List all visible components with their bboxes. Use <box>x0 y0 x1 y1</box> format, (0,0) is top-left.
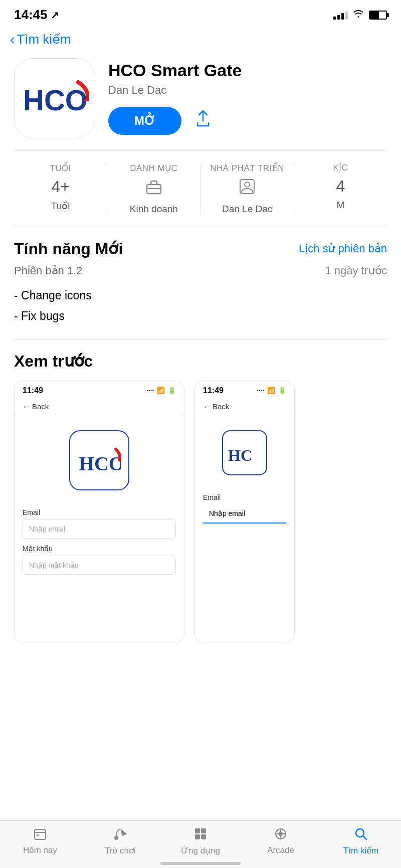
version-text: Phiên bản 1.2 <box>14 264 83 277</box>
mock-battery-icon: 🔋 <box>168 387 176 394</box>
size-value: 4 <box>336 177 345 196</box>
mock-wifi-2: 📶 <box>267 387 275 394</box>
status-icons <box>333 10 387 20</box>
mock-hco-svg-1: HCO <box>78 445 121 475</box>
signal-bar-2 <box>337 15 340 20</box>
signal-bar-4 <box>345 12 348 20</box>
version-row: Phiên bản 1.2 1 ngày trước <box>14 264 387 277</box>
open-button[interactable]: MỞ <box>108 107 181 135</box>
preview-title: Xem trước <box>14 352 387 371</box>
changelog-line-2: - Fix bugs <box>14 306 387 326</box>
mock-form-2: Email Nhập email <box>203 493 286 530</box>
category-label: DANH MỤC <box>130 163 177 173</box>
whats-new-header: Tính năng Mới Lịch sử phiên bản <box>14 239 387 258</box>
whats-new-section: Tính năng Mới Lịch sử phiên bản Phiên bả… <box>0 227 401 339</box>
size-sub: M <box>336 200 344 211</box>
info-item-size: KÍC 4 M <box>294 163 387 215</box>
mock-email-label-1: Email <box>23 508 176 516</box>
mock-password-placeholder-1: Nhập mật khẩu <box>29 561 79 569</box>
info-row: TUỔI 4+ Tuổi DANH MỤC Kinh doanh NHÀ PHÁ… <box>0 151 401 227</box>
mock-back-2: ← Back <box>203 402 229 411</box>
share-icon <box>195 110 211 128</box>
developer-label: NHÀ PHÁT TRIỂN <box>210 163 284 173</box>
arcade-icon <box>274 827 288 843</box>
mock-nav-1: ← Back <box>15 398 184 415</box>
app-header: HCO HCO Smart Gate Dan Le Dac MỞ <box>0 53 401 150</box>
preview-scroll[interactable]: 11:49 ···· 📶 🔋 ← Back HCO <box>14 381 387 642</box>
mock-battery-2: 🔋 <box>278 387 286 394</box>
mock-status-icons-1: ···· 📶 🔋 <box>147 386 176 395</box>
mock-time-2: 11:49 <box>203 386 224 395</box>
mock-back-label-2: Back <box>213 402 229 411</box>
mock-form-1: Email Nhập email Mật khẩu Nhập mật khẩu <box>23 508 176 581</box>
age-sub: Tuổi <box>51 200 70 212</box>
svg-text:HCO: HCO <box>23 84 88 116</box>
svg-rect-12 <box>201 828 206 833</box>
status-bar: 14:45 ↗ <box>0 0 401 27</box>
mock-email-value-2: Nhập email <box>209 509 245 517</box>
back-label: Tìm kiếm <box>17 32 71 47</box>
svg-text:HCO: HCO <box>79 452 121 475</box>
time-display: 14:45 <box>14 7 48 23</box>
mock-email-placeholder-1: Nhập email <box>29 525 65 533</box>
wifi-icon <box>353 10 364 20</box>
age-value: 4+ <box>51 178 69 196</box>
svg-point-16 <box>279 832 283 836</box>
app-icon: HCO <box>14 58 94 138</box>
info-item-category: DANH MỤC Kinh doanh <box>107 163 200 215</box>
tab-games[interactable]: Trò chơi <box>80 827 160 856</box>
app-title: HCO Smart Gate <box>108 60 387 81</box>
mock-nav-2: ← Back <box>195 398 294 415</box>
tab-search[interactable]: Tìm kiếm <box>321 827 401 856</box>
age-label: TUỔI <box>50 163 71 173</box>
tab-arcade[interactable]: Arcade <box>241 827 321 856</box>
tab-today[interactable]: Hôm nay <box>0 827 80 856</box>
mock-signal-icon: ···· <box>147 387 154 394</box>
home-indicator <box>160 862 241 865</box>
mock-signal-2: ···· <box>257 387 264 394</box>
mock-time-1: 11:49 <box>23 386 43 395</box>
signal-bars <box>333 11 348 20</box>
svg-rect-9 <box>37 834 39 836</box>
svg-rect-14 <box>201 834 206 839</box>
search-icon <box>354 827 368 843</box>
mock-password-input-1: Nhập mật khẩu <box>23 556 176 575</box>
svg-rect-13 <box>195 834 200 839</box>
mock-status-bar-2: 11:49 ···· 📶 🔋 <box>195 381 294 398</box>
back-button[interactable]: ‹ Tìm kiếm <box>10 32 71 47</box>
changelog-line-1: - Change icons <box>14 285 387 306</box>
today-icon <box>33 827 47 843</box>
app-icon-inner: HCO <box>15 59 94 138</box>
version-history-button[interactable]: Lịch sử phiên bản <box>299 242 387 255</box>
mock-screen-1: 11:49 ···· 📶 🔋 ← Back HCO <box>15 381 184 642</box>
mock-status-bar-1: 11:49 ···· 📶 🔋 <box>15 381 184 398</box>
mock-email-input-1: Nhập email <box>23 519 176 539</box>
developer-sub: Dan Le Dac <box>222 204 272 215</box>
mock-email-label-2: Email <box>203 493 286 501</box>
battery-fill <box>370 12 379 19</box>
mock-back-1: ← Back <box>23 402 49 411</box>
tab-bar: Hôm nay Trò chơi Ứng dụng <box>0 820 401 868</box>
category-sub: Kinh doanh <box>130 204 178 215</box>
svg-rect-7 <box>35 829 46 839</box>
mock-content-2: HC Email Nhập email <box>195 415 294 642</box>
svg-text:HC: HC <box>228 446 253 464</box>
signal-bar-1 <box>333 17 336 20</box>
svg-line-22 <box>363 836 366 839</box>
preview-screen-1: 11:49 ···· 📶 🔋 ← Back HCO <box>15 381 184 642</box>
size-label: KÍC <box>333 163 348 173</box>
app-info: HCO Smart Gate Dan Le Dac MỞ <box>108 58 387 135</box>
status-time: 14:45 ↗ <box>14 7 59 23</box>
svg-rect-11 <box>195 828 200 833</box>
apps-icon <box>193 827 208 843</box>
mock-email-input-2: Nhập email <box>203 504 286 524</box>
mock-content-1: HCO Email Nhập email Mật khẩu Nhập mậ <box>15 415 184 642</box>
mock-hco-svg-2: HC <box>227 440 262 465</box>
share-button[interactable] <box>195 110 211 131</box>
info-item-developer: NHÀ PHÁT TRIỂN Dan Le Dac <box>201 163 294 215</box>
mock-app-icon-2: HC <box>222 430 267 475</box>
battery-icon <box>369 11 387 20</box>
tab-today-label: Hôm nay <box>23 845 57 855</box>
tab-arcade-label: Arcade <box>267 845 294 855</box>
tab-apps[interactable]: Ứng dụng <box>160 827 241 856</box>
